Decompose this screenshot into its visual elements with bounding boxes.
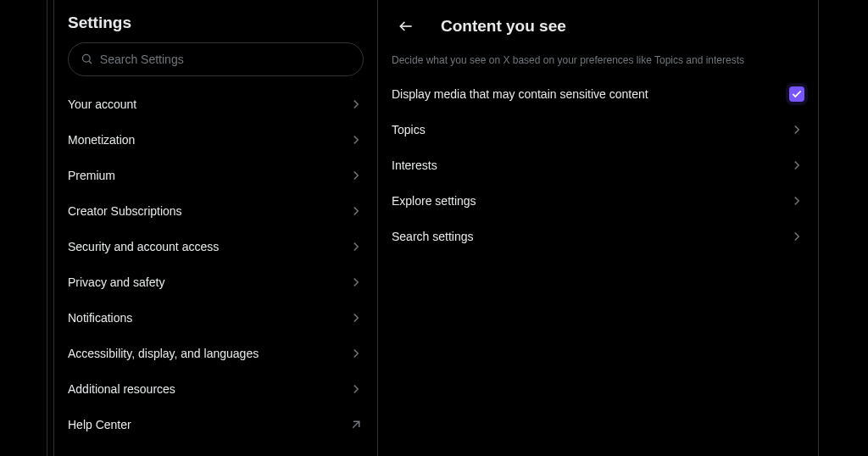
search-settings-input-wrap[interactable] (68, 42, 364, 76)
sidebar-item-additional-resources[interactable]: Additional resources (54, 371, 377, 407)
chevron-right-icon (348, 346, 364, 361)
chevron-right-icon (789, 122, 804, 137)
settings-panel: Settings Your account Monetization Premi… (54, 0, 378, 456)
sidebar-item-creator-subscriptions[interactable]: Creator Subscriptions (54, 193, 377, 229)
back-button[interactable] (392, 12, 420, 41)
row-sensitive-content-toggle[interactable]: Display media that may contain sensitive… (378, 76, 818, 112)
checkbox-checked-icon[interactable] (789, 86, 804, 102)
chevron-right-icon (789, 158, 804, 173)
row-explore-settings[interactable]: Explore settings (378, 183, 818, 219)
chevron-right-icon (348, 203, 364, 219)
chevron-right-icon (348, 239, 364, 254)
svg-line-2 (353, 421, 359, 428)
sidebar-item-privacy-safety[interactable]: Privacy and safety (54, 264, 377, 300)
sidebar-item-label: Help Center (68, 418, 131, 431)
sidebar-item-help-center[interactable]: Help Center (54, 407, 377, 442)
sidebar-item-label: Privacy and safety (68, 275, 164, 289)
chevron-right-icon (348, 132, 364, 147)
chevron-right-icon (789, 193, 804, 209)
sidebar-item-label: Monetization (68, 133, 135, 147)
row-topics[interactable]: Topics (378, 112, 818, 147)
content-subtitle: Decide what you see on X based on your p… (378, 51, 818, 76)
search-wrap (54, 42, 377, 86)
arrow-left-icon (398, 18, 415, 35)
search-settings-input[interactable] (100, 53, 351, 66)
sidebar-item-label: Creator Subscriptions (68, 204, 182, 218)
row-interests[interactable]: Interests (378, 147, 818, 183)
row-label: Search settings (392, 230, 474, 243)
chevron-right-icon (348, 168, 364, 183)
sidebar-item-accessibility-display-languages[interactable]: Accessibility, display, and languages (54, 336, 377, 371)
settings-title: Settings (54, 8, 377, 42)
content-title: Content you see (441, 17, 566, 36)
row-label: Explore settings (392, 194, 476, 208)
divider-rail (47, 0, 54, 456)
left-gutter (0, 0, 47, 456)
sidebar-item-your-account[interactable]: Your account (54, 86, 377, 122)
search-icon (81, 53, 93, 66)
sidebar-item-premium[interactable]: Premium (54, 158, 377, 193)
row-label: Topics (392, 123, 426, 136)
sidebar-item-label: Accessibility, display, and languages (68, 347, 259, 360)
sidebar-item-label: Your account (68, 97, 136, 111)
row-label: Display media that may contain sensitive… (392, 87, 648, 101)
chevron-right-icon (348, 97, 364, 112)
sidebar-item-monetization[interactable]: Monetization (54, 122, 377, 158)
svg-point-0 (82, 54, 90, 62)
sidebar-item-label: Notifications (68, 311, 132, 325)
svg-line-1 (89, 61, 92, 64)
right-gutter (819, 0, 868, 456)
chevron-right-icon (348, 275, 364, 290)
chevron-right-icon (348, 310, 364, 325)
sidebar-item-security-account-access[interactable]: Security and account access (54, 229, 377, 264)
external-link-icon (348, 417, 364, 432)
content-panel: Content you see Decide what you see on X… (378, 0, 819, 456)
row-label: Interests (392, 158, 437, 172)
chevron-right-icon (348, 381, 364, 397)
chevron-right-icon (789, 229, 804, 244)
sidebar-item-label: Security and account access (68, 240, 219, 253)
sidebar-item-notifications[interactable]: Notifications (54, 300, 377, 336)
sidebar-item-label: Premium (68, 169, 115, 182)
sidebar-item-label: Additional resources (68, 382, 175, 396)
content-header: Content you see (378, 8, 818, 51)
row-search-settings[interactable]: Search settings (378, 219, 818, 254)
